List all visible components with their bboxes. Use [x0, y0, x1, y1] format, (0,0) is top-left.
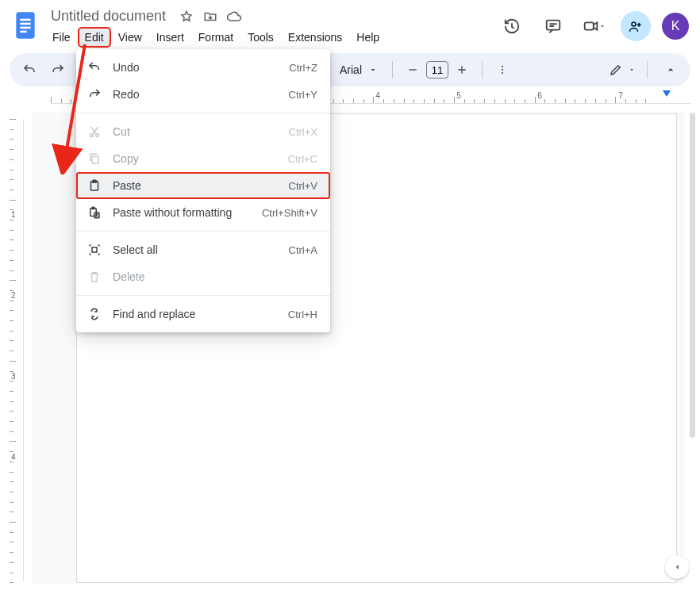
svg-rect-2	[20, 23, 30, 25]
move-icon[interactable]	[202, 9, 218, 25]
menu-item-shortcut: Ctrl+Shift+V	[262, 207, 317, 219]
account-avatar[interactable]: K	[662, 13, 689, 40]
undo-button[interactable]	[17, 58, 41, 82]
redo-icon	[87, 87, 102, 102]
increase-font-size-button[interactable]	[450, 58, 474, 82]
menu-edit[interactable]: Edit	[79, 28, 110, 47]
explore-button[interactable]	[665, 555, 689, 579]
menu-item-label: Paste	[113, 179, 278, 192]
collapse-toolbar-button[interactable]	[659, 58, 683, 82]
undo-icon	[87, 60, 102, 75]
docs-logo[interactable]	[11, 6, 40, 44]
cut-icon	[87, 125, 102, 139]
menu-item-shortcut: Ctrl+C	[288, 153, 317, 165]
meet-icon[interactable]	[579, 11, 610, 41]
svg-rect-3	[20, 27, 30, 29]
menu-separator	[76, 231, 330, 232]
menu-item-undo[interactable]: UndoCtrl+Z	[76, 54, 330, 81]
ruler-number: 4	[375, 91, 380, 100]
menu-item-shortcut: Ctrl+Y	[289, 89, 317, 101]
edit-menu-dropdown: UndoCtrl+ZRedoCtrl+YCutCtrl+XCopyCtrl+CP…	[76, 49, 330, 332]
menu-item-shortcut: Ctrl+A	[289, 244, 317, 256]
font-family-label: Arial	[340, 63, 362, 76]
menu-file[interactable]: File	[46, 28, 77, 47]
svg-point-10	[502, 72, 503, 74]
ruler-number: 3	[11, 372, 16, 381]
paste-icon	[87, 178, 102, 193]
ruler-number: 7	[618, 91, 623, 100]
copy-icon	[87, 151, 102, 166]
redo-button[interactable]	[46, 58, 70, 82]
menu-item-copy: CopyCtrl+C	[76, 145, 330, 172]
delete-icon	[87, 270, 102, 284]
menu-item-label: Find and replace	[113, 308, 277, 320]
cloud-status-icon[interactable]	[226, 9, 242, 25]
vertical-ruler[interactable]: 1234	[10, 119, 24, 582]
toolbar-separator	[482, 61, 483, 79]
menu-item-label: Paste without formatting	[113, 206, 251, 219]
header-actions: K	[497, 6, 689, 41]
select-all-icon	[87, 243, 102, 257]
menu-insert[interactable]: Insert	[150, 28, 190, 47]
right-indent-marker[interactable]	[662, 90, 671, 98]
menu-item-label: Undo	[113, 61, 278, 74]
editing-mode-button[interactable]	[609, 63, 636, 77]
ruler-number: 2	[11, 291, 16, 300]
menu-item-shortcut: Ctrl+V	[289, 180, 317, 192]
menu-separator	[76, 113, 330, 113]
ruler-number: 1	[11, 210, 16, 219]
chevron-down-icon	[368, 65, 378, 75]
menu-item-label: Redo	[113, 88, 278, 101]
menu-item-label: Delete	[113, 270, 306, 283]
ruler-number: 6	[537, 91, 542, 100]
find-replace-icon	[87, 307, 102, 321]
svg-point-7	[632, 22, 636, 26]
menu-item-shortcut: Ctrl+X	[289, 126, 317, 138]
title-bar: Untitled document FileEditViewInsertForm…	[0, 0, 700, 47]
menu-item-find-replace[interactable]: Find and replaceCtrl+H	[76, 301, 330, 328]
svg-rect-0	[16, 12, 34, 38]
menu-item-label: Cut	[113, 125, 278, 138]
menu-item-select-all[interactable]: Select allCtrl+A	[76, 236, 330, 263]
menu-format[interactable]: Format	[192, 28, 240, 47]
comments-icon[interactable]	[538, 11, 568, 41]
decrease-font-size-button[interactable]	[401, 58, 425, 82]
chevron-down-icon	[628, 66, 636, 74]
menu-item-label: Copy	[113, 152, 277, 165]
svg-rect-5	[547, 21, 560, 30]
menu-view[interactable]: View	[112, 28, 148, 47]
document-title[interactable]: Untitled document	[46, 6, 171, 26]
menu-extensions[interactable]: Extensions	[282, 28, 348, 47]
menu-item-shortcut: Ctrl+Z	[289, 62, 317, 74]
share-button[interactable]	[621, 11, 651, 41]
menu-item-label: Select all	[113, 243, 278, 256]
ruler-number: 5	[456, 91, 461, 100]
menu-item-delete: Delete	[76, 263, 330, 290]
font-size-value[interactable]: 11	[426, 61, 448, 79]
svg-rect-4	[20, 31, 26, 33]
scrollbar[interactable]	[690, 113, 695, 438]
ruler-number: 4	[11, 453, 16, 462]
paste-plain-icon	[87, 205, 102, 220]
menu-item-redo[interactable]: RedoCtrl+Y	[76, 81, 330, 108]
menu-separator	[76, 295, 330, 296]
menu-bar: FileEditViewInsertFormatToolsExtensionsH…	[46, 28, 497, 47]
svg-rect-6	[585, 22, 594, 29]
font-family-selector[interactable]: Arial	[333, 63, 384, 76]
history-icon[interactable]	[497, 11, 527, 41]
font-size-control: 11	[401, 58, 474, 82]
more-tools-icon[interactable]	[490, 58, 514, 82]
toolbar-separator	[647, 61, 648, 79]
menu-item-cut: CutCtrl+X	[76, 118, 330, 145]
menu-item-paste-plain[interactable]: Paste without formattingCtrl+Shift+V	[76, 199, 330, 226]
svg-point-8	[502, 66, 503, 67]
toolbar-separator	[392, 61, 393, 79]
svg-rect-1	[20, 19, 30, 21]
menu-tools[interactable]: Tools	[241, 28, 280, 47]
menu-item-shortcut: Ctrl+H	[288, 308, 317, 320]
star-icon[interactable]	[179, 9, 194, 25]
menu-item-paste[interactable]: PasteCtrl+V	[76, 172, 330, 199]
svg-point-9	[502, 69, 503, 71]
menu-help[interactable]: Help	[350, 28, 386, 47]
